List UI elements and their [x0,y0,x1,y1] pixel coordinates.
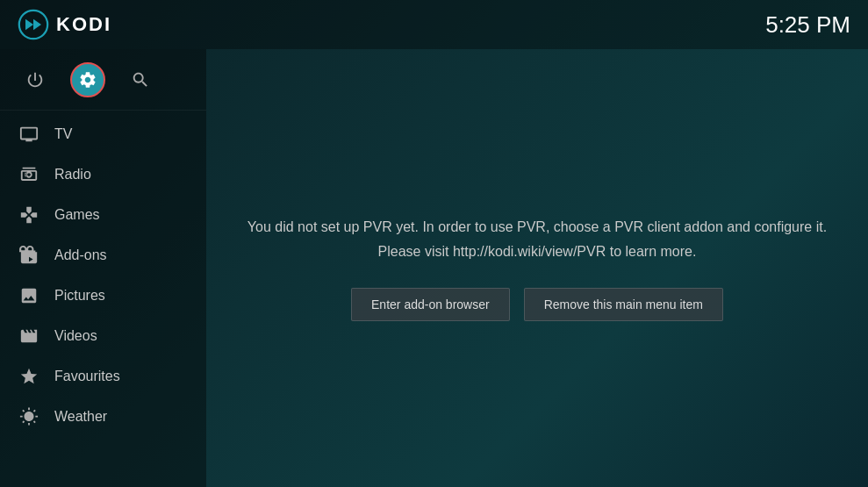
power-button[interactable] [18,62,53,97]
clock: 5:25 PM [765,11,850,39]
tv-icon [18,123,40,146]
sidebar-item-tv[interactable]: TV [0,114,206,154]
remove-menu-item-button[interactable]: Remove this main menu item [524,288,723,321]
sidebar-item-label-radio: Radio [54,167,91,183]
button-row: Enter add-on browser Remove this main me… [351,288,723,321]
sidebar-item-videos[interactable]: Videos [0,316,206,356]
favourites-icon [18,365,40,388]
sidebar-item-label-addons: Add-ons [54,247,107,263]
sidebar-item-label-videos: Videos [54,328,97,344]
pvr-message: You did not set up PVR yet. In order to … [241,215,833,262]
app-container: KODI 5:25 PM [0,0,868,487]
sidebar-item-label-tv: TV [54,126,72,142]
sidebar-item-weather[interactable]: Weather [0,397,206,437]
sidebar-item-label-weather: Weather [54,409,107,425]
sidebar-item-radio[interactable]: Radio [0,154,206,195]
pictures-icon [18,284,40,307]
svg-marker-1 [25,19,33,31]
header-left: KODI [18,9,111,40]
sidebar-item-label-games: Games [54,207,100,223]
enter-addon-browser-button[interactable]: Enter add-on browser [351,288,510,321]
sidebar-item-games[interactable]: Games [0,195,206,235]
videos-icon [18,325,40,347]
settings-button[interactable] [70,62,105,97]
sidebar-item-label-pictures: Pictures [54,288,105,304]
settings-icon [78,70,97,90]
content-area: You did not set up PVR yet. In order to … [206,49,868,487]
sidebar-item-favourites[interactable]: Favourites [0,356,206,397]
radio-icon [18,163,40,186]
addons-icon [18,244,40,267]
games-icon [18,204,40,226]
main-layout: TV Radio Games Add-ons [0,49,868,487]
weather-icon [18,405,40,428]
header: KODI 5:25 PM [0,0,868,49]
search-button[interactable] [123,62,158,97]
kodi-logo-icon [18,9,49,40]
svg-marker-2 [33,19,41,31]
search-icon [131,70,150,90]
top-icons-bar [0,54,206,111]
app-title: KODI [56,13,111,36]
sidebar-item-pictures[interactable]: Pictures [0,276,206,316]
sidebar: TV Radio Games Add-ons [0,49,206,487]
power-icon [25,70,45,90]
sidebar-item-addons[interactable]: Add-ons [0,235,206,276]
sidebar-item-label-favourites: Favourites [54,369,120,384]
